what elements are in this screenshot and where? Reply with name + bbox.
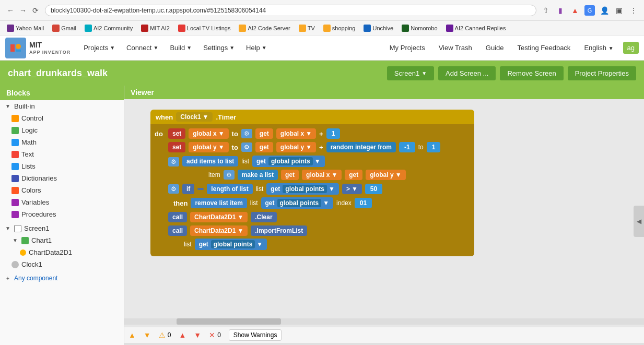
shopping-icon [323,25,331,32]
project-title: chart_drunkards_walk [8,68,383,79]
bookmark-local-tv[interactable]: Local TV Listings [175,23,233,33]
refresh-button[interactable]: ⟳ [30,5,41,16]
show-warnings-button[interactable]: Show Warnings [229,329,282,341]
screen1-icon [14,225,21,232]
menu-icon[interactable]: ⋮ [628,5,639,16]
shield-icon[interactable]: ▮ [555,5,566,16]
screen-selector[interactable]: Screen1 ▼ [387,66,434,80]
bookmark-tv[interactable]: TV [296,23,318,33]
global-y-dropdown-2[interactable]: global y ▼ [366,170,405,180]
builtin-group[interactable]: ▼ Built-in [0,100,124,112]
nav-user[interactable]: ag [623,42,639,54]
chartdata2d1-dropdown-1[interactable]: ChartData2D1 ▼ [190,212,248,222]
when-label: when [156,113,173,121]
math-label: Math [21,138,37,146]
extensions-icon[interactable]: ▣ [614,5,624,16]
screen-chevron: ▼ [421,70,427,76]
bookmark-ai2-canned[interactable]: AI2 Canned Replies [443,23,509,33]
add-screen-button[interactable]: Add Screen ... [438,66,496,80]
block-procs[interactable]: Procedures [0,208,124,220]
bookmark-yahoo-mail[interactable]: Yahoo Mail [4,23,46,33]
bookmark-shopping[interactable]: shopping [321,23,358,33]
bottom-scrollbar[interactable] [124,318,644,325]
any-component-item[interactable]: + Any component [0,272,124,284]
builtin-label: Built-in [14,102,35,110]
side-scroll-handle[interactable] [634,206,644,237]
get-global-y-dropdown[interactable]: global y ▼ [276,142,316,152]
nav-build[interactable]: Build ▼ [165,41,197,55]
address-bar[interactable]: blockly100300-dot-ai2-ewpatton-temp.uc.r… [45,5,536,16]
global-points-dropdown-3[interactable]: get global points ▼ [261,197,334,209]
block-math[interactable]: Math [0,136,124,148]
viewer-content[interactable]: when Clock1 ▼ .Timer do set [124,99,644,343]
scrollbar-thumb[interactable] [177,318,281,325]
gmail-icon [52,25,60,32]
block-lists[interactable]: Lists [0,160,124,172]
nav-connect[interactable]: Connect ▼ [121,41,163,55]
global-points-dropdown-2[interactable]: get global points ▼ [266,183,339,195]
nav-language[interactable]: English ▼ [580,42,617,54]
warning-icon[interactable]: ▲ [570,5,580,16]
bookmark-unchive[interactable]: Unchive [361,23,396,33]
bookmark-ai2-code[interactable]: AI2 Code Server [236,23,292,33]
global-points-dropdown-4[interactable]: get global points ▼ [195,239,267,250]
error-down-btn[interactable]: ▼ [194,331,201,339]
global-points-text-3: global points [277,199,322,207]
forward-button[interactable]: → [18,5,28,16]
bookmark-shopping-label: shopping [332,25,356,31]
dicts-label: Dictionaries [21,174,57,182]
back-button[interactable]: ← [5,5,16,16]
share-icon[interactable]: ⇧ [541,5,551,16]
nav-my-projects[interactable]: My Projects [385,42,429,54]
global-points-dropdown-1[interactable]: get global points ▼ [252,156,325,167]
get-global-x-dropdown[interactable]: global x ▼ [276,128,316,139]
profile-icon[interactable]: 👤 [599,5,610,16]
chartdata-item[interactable]: ChartData2D1 [0,246,124,258]
block-vars[interactable]: Variables [0,196,124,208]
block-control[interactable]: Control [0,112,124,124]
list-label: list [241,158,249,165]
block-dicts[interactable]: Dictionaries [0,172,124,184]
mit-logo-graphic [8,40,24,56]
colors-icon [11,187,19,194]
gear-icon-2[interactable]: ⚙ [241,142,252,152]
global-x-dropdown[interactable]: global x ▼ [189,128,228,139]
nav-view-trash[interactable]: View Trash [435,42,476,54]
svg-rect-0 [10,44,15,52]
block-colors[interactable]: Colors [0,184,124,196]
clock1-arrow: ▼ [203,113,209,121]
nav-testing-feedback[interactable]: Testing Feedback [513,42,575,54]
translate-icon[interactable]: G [584,5,595,16]
clock1-item[interactable]: Clock1 [0,258,124,270]
bookmark-nomorobo[interactable]: Nomorobo [399,23,440,33]
project-properties-button[interactable]: Project Properties [568,66,636,80]
bookmark-mit-ai2[interactable]: MIT AI2 [138,23,172,33]
main-area: Blocks ▼ Built-in Control Logic Math Tex… [0,86,644,345]
chart1-group[interactable]: ▼ Chart1 [0,234,124,246]
greater-than-dropdown[interactable]: > ▼ [342,184,362,194]
list-label-2: list [256,185,264,193]
nav-guide[interactable]: Guide [482,42,508,54]
gear-icon-3[interactable]: ⚙ [168,157,179,166]
warning-up-btn[interactable]: ▲ [128,331,136,339]
block-text[interactable]: Text [0,148,124,160]
global-y-dropdown[interactable]: global y ▼ [189,142,228,152]
screen1-group[interactable]: ▼ Screen1 [0,222,124,234]
chartdata2d1-dropdown-2[interactable]: ChartData2D1 ▼ [190,225,248,236]
warning-down-btn[interactable]: ▼ [144,331,151,339]
gear-icon-5[interactable]: ⚙ [168,184,179,194]
remove-screen-button[interactable]: Remove Screen [500,66,563,80]
error-up-btn[interactable]: ▲ [179,331,186,339]
bookmark-gmail[interactable]: Gmail [50,23,79,33]
block-logic[interactable]: Logic [0,124,124,136]
timer-label: .Timer [216,113,236,121]
gear-icon-4[interactable]: ⚙ [224,170,235,180]
bookmark-ai2-community[interactable]: AI2 Community [82,23,135,33]
one-val: 1 [326,128,341,139]
nav-help[interactable]: Help ▼ [241,41,272,55]
global-x-dropdown-2[interactable]: global x ▼ [302,170,342,180]
gear-icon-1[interactable]: ⚙ [241,129,252,138]
nav-projects[interactable]: Projects ▼ [78,41,120,55]
nav-settings[interactable]: Settings ▼ [198,41,240,55]
clock1-dropdown[interactable]: Clock1 ▼ [176,112,213,122]
